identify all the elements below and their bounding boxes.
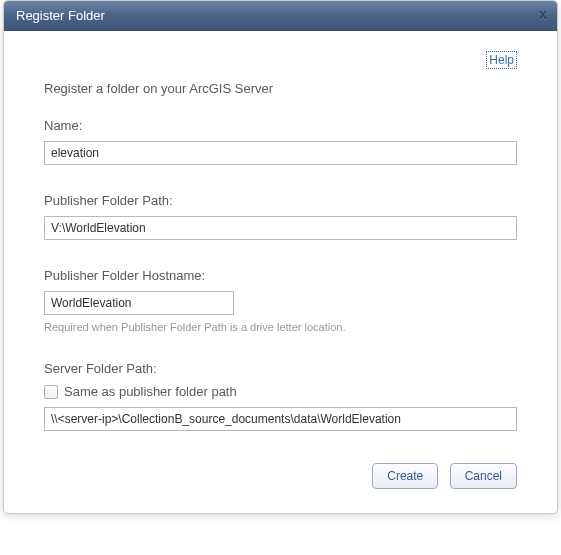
same-as-publisher-row: Same as publisher folder path (44, 384, 517, 399)
publisher-path-input[interactable] (44, 216, 517, 240)
help-link[interactable]: Help (486, 51, 517, 69)
name-input[interactable] (44, 141, 517, 165)
dialog-content: Help Register a folder on your ArcGIS Se… (4, 31, 557, 513)
create-button[interactable]: Create (372, 463, 438, 489)
cancel-button[interactable]: Cancel (450, 463, 517, 489)
field-server-path-group: Server Folder Path: Same as publisher fo… (44, 361, 517, 431)
help-row: Help (44, 53, 517, 67)
server-path-input[interactable] (44, 407, 517, 431)
publisher-hostname-label: Publisher Folder Hostname: (44, 268, 517, 283)
publisher-path-label: Publisher Folder Path: (44, 193, 517, 208)
publisher-hostname-input[interactable] (44, 291, 234, 315)
titlebar: Register Folder x (4, 1, 557, 31)
field-publisher-path-group: Publisher Folder Path: (44, 193, 517, 240)
close-icon[interactable]: x (539, 5, 547, 22)
same-as-publisher-checkbox[interactable] (44, 385, 58, 399)
name-label: Name: (44, 118, 517, 133)
server-path-label: Server Folder Path: (44, 361, 517, 376)
dialog-description: Register a folder on your ArcGIS Server (44, 81, 517, 96)
field-name-group: Name: (44, 118, 517, 165)
same-as-publisher-label: Same as publisher folder path (64, 384, 237, 399)
dialog-title: Register Folder (16, 8, 105, 23)
register-folder-dialog: Register Folder x Help Register a folder… (3, 0, 558, 514)
button-row: Create Cancel (44, 463, 517, 495)
publisher-hostname-hint: Required when Publisher Folder Path is a… (44, 321, 517, 333)
field-publisher-hostname-group: Publisher Folder Hostname: (44, 268, 517, 315)
